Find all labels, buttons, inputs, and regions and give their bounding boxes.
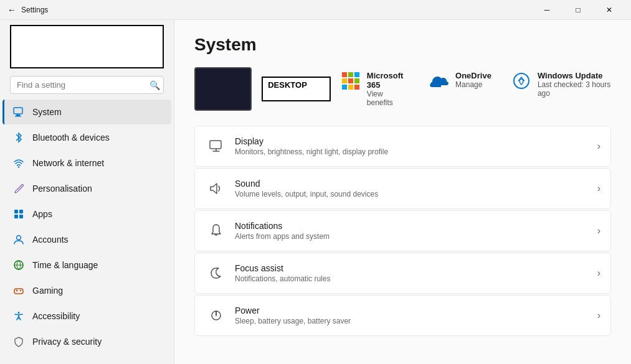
sidebar-item-label: Personalisation: [32, 184, 92, 194]
system-icon: [12, 106, 25, 118]
ms365-subtitle: View benefits: [367, 90, 409, 107]
sound-text: Sound Volume levels, output, input, soun…: [235, 179, 597, 198]
minimize-button[interactable]: ─: [533, 0, 561, 20]
power-desc: Sleep, battery usage, battery saver: [235, 317, 597, 325]
onedrive-text: OneDrive Manage: [455, 71, 491, 89]
ms365-text: Microsoft 365 View benefits: [367, 71, 409, 107]
device-section: DESKTOP Microsoft 365 View benef: [194, 67, 611, 111]
moon-icon: [205, 262, 227, 284]
svg-rect-10: [14, 289, 23, 294]
notifications-desc: Alerts from apps and system: [235, 232, 597, 241]
svg-point-14: [514, 73, 529, 88]
svg-point-3: [18, 166, 19, 167]
sidebar-item-apps[interactable]: Apps: [2, 202, 171, 226]
settings-item-power[interactable]: Power Sleep, battery usage, battery save…: [194, 295, 611, 336]
title-bar: ← Settings ─ □ ✕: [0, 0, 631, 20]
sidebar-item-personalisation[interactable]: Personalisation: [2, 176, 171, 201]
sidebar-item-accounts[interactable]: Accounts: [2, 227, 171, 252]
chevron-icon: ›: [597, 268, 600, 279]
sidebar-item-accessibility[interactable]: Accessibility: [2, 304, 171, 329]
device-name-area: DESKTOP: [262, 77, 331, 101]
bell-icon: [205, 220, 227, 242]
display-text: Display Monitors, brightness, night ligh…: [235, 136, 597, 156]
ms365-title: Microsoft 365: [367, 71, 409, 90]
settings-item-notifications[interactable]: Notifications Alerts from apps and syste…: [194, 210, 611, 251]
onedrive-icon: [429, 71, 449, 91]
svg-rect-15: [210, 141, 221, 149]
wifi-icon: [12, 157, 25, 169]
settings-item-sound[interactable]: Sound Volume levels, output, input, soun…: [194, 168, 611, 209]
svg-point-13: [18, 312, 20, 314]
person-icon: [12, 233, 25, 246]
sound-name: Sound: [235, 179, 597, 189]
svg-rect-2: [15, 116, 21, 117]
bluetooth-icon: [12, 131, 25, 144]
shield-icon: [12, 335, 25, 348]
sidebar-item-label: Privacy & security: [32, 337, 102, 347]
notifications-text: Notifications Alerts from apps and syste…: [235, 221, 597, 241]
quick-link-onedrive[interactable]: OneDrive Manage: [429, 71, 491, 91]
chevron-icon: ›: [597, 225, 600, 236]
chevron-icon: ›: [597, 310, 600, 321]
quick-link-ms365[interactable]: Microsoft 365 View benefits: [341, 71, 409, 107]
update-title: Windows Update: [538, 71, 611, 80]
sidebar-item-gaming[interactable]: Gaming: [2, 278, 171, 303]
quick-link-update[interactable]: Windows Update Last checked: 3 hours ago: [511, 71, 611, 98]
sidebar-item-time[interactable]: Time & language: [2, 253, 171, 278]
back-icon[interactable]: ←: [7, 5, 16, 15]
svg-rect-7: [19, 215, 23, 218]
settings-item-focus[interactable]: Focus assist Notifications, automatic ru…: [194, 253, 611, 294]
search-box: 🔍: [10, 76, 164, 94]
accessibility-icon: [12, 310, 25, 322]
sidebar-item-label: Network & internet: [32, 158, 104, 168]
sidebar: 🔍 System: [0, 20, 174, 364]
display-icon: [205, 135, 227, 157]
app-title: Settings: [21, 6, 48, 14]
sidebar-item-privacy[interactable]: Privacy & security: [2, 329, 171, 354]
quick-links: Microsoft 365 View benefits OneDrive Man…: [341, 71, 611, 107]
maximize-button[interactable]: □: [564, 0, 592, 20]
sound-icon: [205, 177, 227, 200]
svg-point-8: [17, 236, 21, 240]
close-button[interactable]: ✕: [595, 0, 624, 20]
search-input[interactable]: [10, 76, 164, 94]
sidebar-item-label: Apps: [32, 209, 52, 219]
apps-icon: [12, 208, 25, 220]
nav-list: System Bluetooth & devices: [0, 99, 174, 364]
page-title: System: [194, 35, 611, 55]
sidebar-item-label: Accounts: [32, 235, 69, 245]
onedrive-title: OneDrive: [455, 71, 491, 80]
focus-text: Focus assist Notifications, automatic ru…: [235, 263, 597, 283]
power-name: Power: [235, 306, 597, 315]
settings-item-display[interactable]: Display Monitors, brightness, night ligh…: [194, 126, 611, 167]
sidebar-item-label: Time & language: [32, 260, 98, 270]
update-text: Windows Update Last checked: 3 hours ago: [538, 71, 611, 98]
sidebar-item-label: System: [32, 107, 62, 117]
device-name: DESKTOP: [263, 78, 330, 92]
sidebar-item-bluetooth[interactable]: Bluetooth & devices: [2, 125, 171, 150]
svg-rect-5: [19, 210, 23, 213]
power-icon: [205, 304, 227, 327]
focus-desc: Notifications, automatic rules: [235, 274, 597, 283]
display-desc: Monitors, brightness, night light, displ…: [235, 147, 597, 156]
gaming-icon: [12, 284, 25, 297]
sidebar-item-system[interactable]: System: [2, 100, 171, 124]
ms365-icon: [341, 71, 361, 91]
sidebar-item-network[interactable]: Network & internet: [2, 151, 171, 175]
svg-rect-4: [14, 210, 18, 213]
chevron-icon: ›: [597, 183, 600, 194]
update-subtitle: Last checked: 3 hours ago: [538, 80, 611, 98]
sidebar-app-area: [10, 25, 164, 68]
svg-rect-0: [14, 108, 22, 114]
main-content: 🔍 System: [0, 20, 631, 364]
notifications-name: Notifications: [235, 221, 597, 231]
window-controls: ─ □ ✕: [533, 0, 624, 20]
search-icon-button[interactable]: 🔍: [149, 80, 160, 90]
sidebar-item-label: Accessibility: [32, 311, 80, 321]
globe-icon: [12, 259, 25, 271]
update-icon: [511, 71, 531, 91]
onedrive-subtitle: Manage: [455, 80, 491, 89]
device-monitor: [194, 67, 252, 111]
display-name: Display: [235, 136, 597, 146]
sound-desc: Volume levels, output, input, sound devi…: [235, 190, 597, 198]
